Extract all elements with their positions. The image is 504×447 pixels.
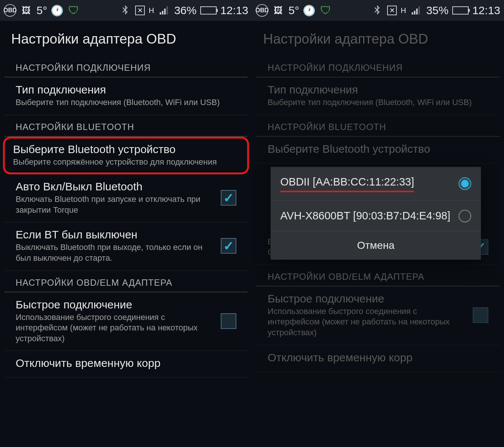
- checkbox-fast-connection[interactable]: [221, 313, 236, 329]
- radio-selected-icon[interactable]: [459, 177, 471, 190]
- setting-connection-type[interactable]: Тип подключения Выберите тип подключения…: [4, 77, 248, 115]
- setting-desc: Использование быстрого соединения с инте…: [16, 312, 215, 344]
- clock-icon: 🕐: [51, 4, 64, 17]
- battery-icon: [200, 6, 217, 15]
- dialog-option-obdii[interactable]: OBDII [AA:BB:CC:11:22:33]: [271, 167, 481, 201]
- clock-time: 12:13: [220, 4, 248, 17]
- svg-rect-1: [162, 11, 163, 15]
- setting-desc: Выберите тип подключения (Bluetooth, WiF…: [16, 97, 236, 108]
- status-bar: OBD 🖼 5° 🕐 🛡 ✕ H 36% 12:13: [0, 0, 252, 21]
- network-label: H: [149, 6, 154, 15]
- bt-device-dialog: OBDII [AA:BB:CC:11:22:33] AVH-X8600BT [9…: [271, 167, 481, 260]
- setting-title: Быстрое подключение: [16, 298, 215, 311]
- setting-title: Если BT был выключен: [16, 228, 215, 241]
- svg-rect-3: [166, 6, 168, 15]
- image-icon: 🖼: [20, 4, 33, 17]
- dialog-option-label: OBDII [AA:BB:CC:11:22:33]: [280, 175, 414, 192]
- setting-desc: Выключать Bluetooth при выходе, только е…: [16, 242, 215, 263]
- setting-title: Отключить временную корр: [16, 357, 236, 370]
- setting-title: Авто Вкл/Выкл Bluetooth: [16, 180, 215, 193]
- section-obd-elm: НАСТРОЙКИ OBD/ELM АДАПТЕРА: [4, 271, 248, 292]
- section-bluetooth: НАСТРОЙКИ BLUETOOTH: [4, 115, 248, 137]
- setting-if-bt-off[interactable]: Если BT был выключен Выключать Bluetooth…: [4, 222, 248, 270]
- setting-desc: Включать Bluetooth при запуске и отключа…: [16, 194, 215, 215]
- bluetooth-icon: [119, 4, 131, 17]
- dialog-option-label: AVH-X8600BT [90:03:B7:D4:E4:98]: [280, 209, 459, 223]
- setting-auto-bt[interactable]: Авто Вкл/Выкл Bluetooth Включать Bluetoo…: [4, 174, 248, 222]
- box-icon: ✕: [135, 6, 145, 15]
- temperature: 5°: [36, 4, 47, 17]
- dialog-backdrop[interactable]: OBDII [AA:BB:CC:11:22:33] AVH-X8600BT [9…: [252, 0, 504, 447]
- checkbox-if-bt-off[interactable]: [221, 238, 236, 254]
- svg-rect-2: [164, 9, 166, 15]
- checkbox-auto-bt[interactable]: [221, 190, 236, 206]
- battery-percent: 36%: [174, 4, 197, 17]
- phone-screen-right: OBD 🖼 5° 🕐 🛡 ✕ H 35% 12:13 Настройки ада…: [252, 0, 504, 447]
- dialog-cancel-button[interactable]: Отмена: [271, 231, 481, 260]
- setting-desc: Выберите сопряжённое устройство для подк…: [13, 157, 239, 168]
- setting-disable-temp-corr[interactable]: Отключить временную корр: [4, 351, 248, 378]
- page-title: Настройки адаптера OBD: [11, 31, 241, 47]
- setting-title: Выберите Bluetooth устройство: [13, 143, 239, 156]
- section-connection: НАСТРОЙКИ ПОДКЛЮЧЕНИЯ: [4, 56, 248, 77]
- setting-select-bt-device[interactable]: Выберите Bluetooth устройство Выберите с…: [3, 137, 249, 175]
- radio-unselected-icon[interactable]: [459, 210, 471, 222]
- phone-screen-left: OBD 🖼 5° 🕐 🛡 ✕ H 36% 12:13 Настройки ада…: [0, 0, 252, 447]
- setting-fast-connection[interactable]: Быстрое подключение Использование быстро…: [4, 292, 248, 351]
- dialog-option-avh[interactable]: AVH-X8600BT [90:03:B7:D4:E4:98]: [271, 201, 481, 232]
- svg-rect-0: [160, 12, 161, 15]
- app-header: Настройки адаптера OBD: [0, 21, 252, 56]
- setting-title: Тип подключения: [16, 83, 236, 96]
- signal-icon: [158, 4, 170, 17]
- antivirus-icon: 🛡: [67, 4, 80, 17]
- obd-icon: OBD: [4, 4, 16, 17]
